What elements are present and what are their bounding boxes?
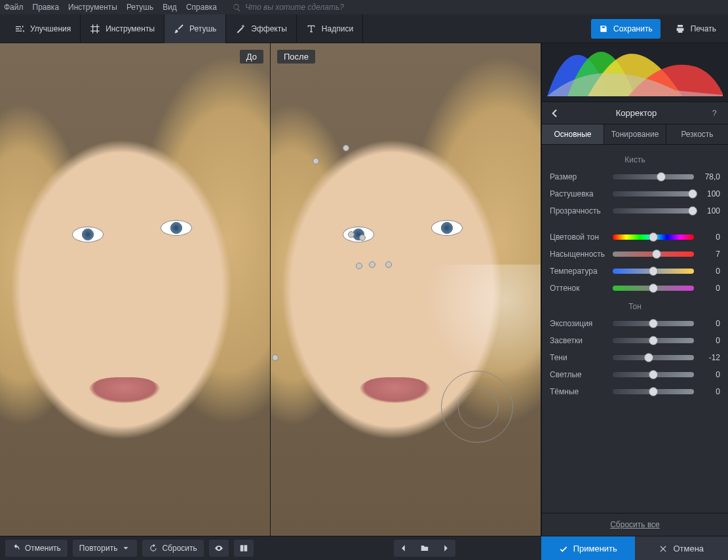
slider-track[interactable] [613, 355, 694, 360]
undo-button[interactable]: Отменить [5, 540, 67, 557]
edit-marker[interactable] [385, 261, 392, 268]
reset-all-link[interactable]: Сбросить все [542, 513, 728, 536]
menu-help[interactable]: Справка [186, 3, 217, 12]
eye-icon [214, 544, 223, 553]
slider-thumb[interactable] [649, 319, 658, 328]
slider-value: 0 [699, 233, 720, 242]
compare-toggle[interactable] [234, 540, 254, 557]
slider-track[interactable] [613, 372, 694, 377]
edit-marker[interactable] [356, 263, 362, 269]
slider-label: Температура [550, 267, 607, 276]
slider-value: 0 [699, 267, 720, 276]
slider-track[interactable] [613, 338, 694, 343]
edit-marker[interactable] [369, 261, 375, 268]
canvas-after[interactable]: После [271, 43, 541, 536]
slider-thumb[interactable] [649, 370, 658, 379]
edit-marker[interactable] [313, 158, 319, 164]
slider-thumb[interactable] [649, 267, 658, 276]
slider-row: Светлые0 [550, 366, 720, 383]
slider-row: Оттенок0 [550, 280, 720, 297]
slider-label: Растушевка [550, 189, 607, 198]
slider-thumb[interactable] [649, 387, 658, 396]
slider-track[interactable] [613, 321, 694, 326]
slider-track[interactable] [613, 208, 694, 214]
chevron-left-icon [399, 544, 408, 553]
slider-value: -12 [699, 353, 720, 362]
redo-button[interactable]: Повторить [73, 540, 138, 557]
subtab-basic[interactable]: Основные [542, 124, 604, 144]
slider-label: Прозрачность [550, 206, 607, 215]
slider-thumb[interactable] [688, 206, 697, 215]
slider-track[interactable] [613, 269, 694, 274]
slider-value: 0 [699, 319, 720, 328]
slider-thumb[interactable] [649, 336, 658, 345]
subtab-toning[interactable]: Тонирование [604, 124, 666, 144]
slider-value: 100 [699, 206, 720, 215]
slider-thumb[interactable] [688, 189, 697, 198]
edit-marker[interactable] [343, 145, 349, 151]
tool-tab-bar: Улучшения Инструменты Ретушь Эффекты Над… [0, 14, 728, 43]
slider-value: 0 [699, 387, 720, 396]
slider-label: Цветовой тон [550, 233, 607, 242]
edit-marker[interactable] [359, 234, 366, 241]
slider-row: Цветовой тон0 [550, 229, 720, 246]
menu-retouch[interactable]: Ретушь [126, 3, 153, 12]
menu-file[interactable]: Файл [4, 3, 24, 12]
close-icon [659, 544, 668, 553]
slider-thumb[interactable] [649, 284, 658, 293]
slider-thumb[interactable] [652, 250, 661, 259]
slider-track[interactable] [613, 389, 694, 394]
slider-row: Температура0 [550, 263, 720, 280]
edit-marker[interactable] [272, 354, 278, 361]
cancel-button[interactable]: Отмена [635, 536, 729, 560]
nav-group [394, 540, 455, 557]
tab-tools[interactable]: Инструменты [81, 14, 164, 43]
reset-button[interactable]: Сбросить [142, 540, 203, 557]
tab-effects[interactable]: Эффекты [226, 14, 297, 43]
slider-thumb[interactable] [649, 233, 658, 242]
preview-toggle[interactable] [209, 540, 229, 557]
slider-label: Экспозиция [550, 319, 607, 328]
back-icon[interactable] [548, 107, 560, 119]
slider-track[interactable] [613, 191, 694, 196]
edit-marker[interactable] [348, 231, 354, 238]
menu-edit[interactable]: Правка [33, 3, 60, 12]
wand-icon [235, 24, 246, 34]
slider-label: Светлые [550, 370, 607, 379]
save-button[interactable]: Сохранить [591, 19, 661, 39]
sliders-icon [14, 24, 25, 34]
slider-track[interactable] [613, 174, 694, 179]
brush-cursor [441, 371, 513, 443]
slider-row: Тёмные0 [550, 383, 720, 400]
next-image[interactable] [436, 540, 455, 557]
apply-bar: Применить Отмена [541, 536, 728, 560]
slider-track[interactable] [613, 234, 694, 240]
slider-row: Тени-12 [550, 349, 720, 366]
sub-tab-bar: Основные Тонирование Резкость [542, 124, 728, 145]
slider-track[interactable] [613, 286, 694, 291]
slider-thumb[interactable] [644, 353, 653, 362]
prev-image[interactable] [394, 540, 413, 557]
slider-thumb[interactable] [657, 172, 666, 181]
right-panel: Корректор ? Основные Тонирование Резкост… [541, 43, 728, 536]
slider-row: Экспозиция0 [550, 315, 720, 332]
section-tone: Тон [550, 302, 720, 311]
help-icon[interactable]: ? [712, 109, 721, 118]
tab-retouch[interactable]: Ретушь [164, 14, 226, 43]
open-folder[interactable] [415, 540, 434, 557]
slider-track[interactable] [613, 252, 694, 257]
print-button[interactable]: Печать [668, 19, 723, 39]
histogram[interactable] [542, 43, 728, 102]
canvas-before[interactable]: До [0, 43, 271, 536]
menu-view[interactable]: Вид [163, 3, 177, 12]
slider-row: Насыщенность7 [550, 246, 720, 263]
save-icon [599, 24, 608, 33]
tab-text[interactable]: Надписи [297, 14, 363, 43]
tab-enhance-label: Улучшения [30, 24, 71, 33]
menu-tools[interactable]: Инструменты [68, 3, 117, 12]
subtab-sharpness[interactable]: Резкость [666, 124, 728, 144]
search-box[interactable]: Что вы хотите сделать? [233, 3, 344, 12]
apply-button[interactable]: Применить [541, 536, 635, 560]
slider-label: Насыщенность [550, 250, 607, 259]
tab-enhance[interactable]: Улучшения [5, 14, 81, 43]
